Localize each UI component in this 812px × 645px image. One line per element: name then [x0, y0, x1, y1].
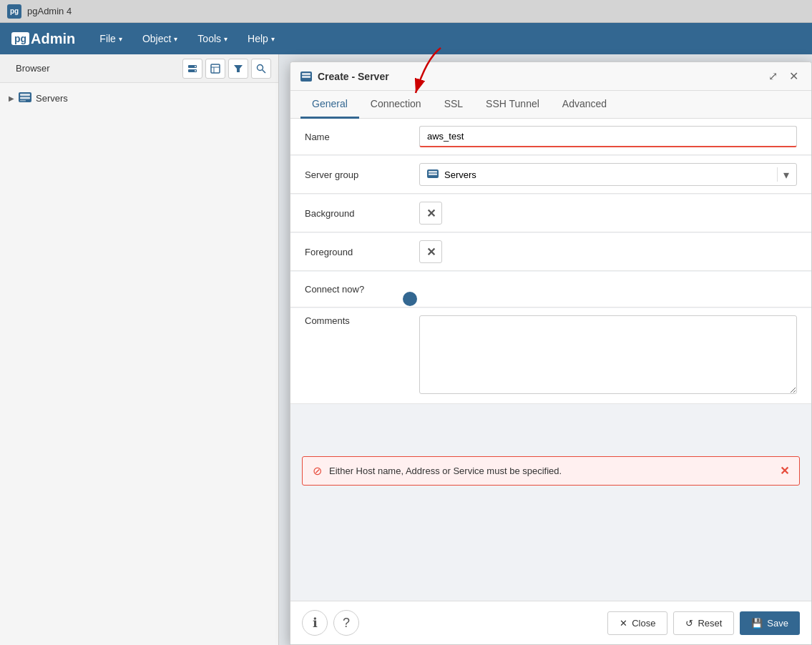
background-control: ✕ — [419, 202, 797, 225]
servers-icon — [427, 169, 439, 178]
svg-rect-4 — [211, 64, 220, 73]
svg-marker-7 — [234, 65, 243, 72]
dialog-title: Create - Server — [300, 71, 389, 82]
dialog-db-icon — [300, 72, 312, 82]
dialog-controls: ⤢ ✕ — [765, 68, 801, 84]
tab-ssh-tunnel[interactable]: SSH Tunnel — [474, 91, 551, 119]
background-label: Background — [305, 208, 419, 219]
menu-tools[interactable]: Tools ▾ — [189, 29, 236, 49]
menu-object[interactable]: Object ▾ — [134, 29, 186, 49]
menu-help[interactable]: Help ▾ — [239, 29, 283, 49]
error-bar: ⊘ Either Host name, Address or Service m… — [302, 456, 800, 486]
reset-label: Reset — [698, 618, 722, 629]
comments-control — [419, 315, 797, 396]
search-icon — [256, 64, 266, 74]
dialog-footer: ℹ ? ✕ Close ↺ Reset 💾 — [290, 601, 811, 644]
comments-textarea[interactable] — [419, 315, 797, 394]
tree-arrow-icon: ▶ — [9, 94, 14, 102]
select-divider — [777, 167, 778, 182]
logo-pg: pg — [11, 32, 29, 45]
toggle-thumb — [403, 292, 417, 306]
select-arrow-icon[interactable]: ▾ — [783, 168, 789, 182]
server-group-value: Servers — [444, 169, 771, 180]
tab-connection[interactable]: Connection — [359, 91, 433, 119]
reset-icon: ↺ — [685, 618, 693, 629]
server-icon-btn[interactable] — [182, 59, 202, 79]
svg-rect-15 — [302, 73, 310, 75]
table-icon-btn[interactable] — [205, 59, 225, 79]
chevron-down-icon: ▾ — [224, 35, 228, 43]
server-group-control: Servers ▾ — [419, 163, 797, 186]
servers-label: Servers — [36, 93, 68, 104]
help-button[interactable]: ? — [333, 610, 359, 636]
svg-rect-19 — [429, 171, 437, 173]
form-row-comments: Comments — [290, 308, 811, 404]
filter-icon — [233, 64, 243, 74]
chevron-down-icon: ▾ — [119, 35, 122, 43]
spacer — [290, 405, 811, 448]
servers-db-icon — [19, 92, 31, 104]
chevron-down-icon: ▾ — [174, 35, 177, 43]
title-bar: pg pgAdmin 4 — [0, 0, 812, 23]
form-row-name: Name — [290, 119, 811, 155]
foreground-clear-button[interactable]: ✕ — [419, 240, 442, 263]
error-message: Either Host name, Address or Service mus… — [329, 466, 773, 476]
info-button[interactable]: ℹ — [302, 610, 328, 636]
footer-left: ℹ ? — [302, 610, 359, 636]
foreground-label: Foreground — [305, 247, 419, 257]
tab-ssl[interactable]: SSL — [433, 91, 474, 119]
menu-file[interactable]: File ▾ — [91, 29, 131, 49]
dialog-header: Create - Server ⤢ ✕ — [290, 62, 811, 91]
close-icon: ✕ — [620, 618, 627, 629]
svg-point-3 — [195, 70, 196, 72]
chevron-down-icon: ▾ — [271, 35, 275, 43]
dialog-body: Name Server group — [290, 119, 811, 601]
close-button[interactable]: ✕ Close — [607, 611, 667, 635]
sidebar: Browser — [0, 54, 279, 645]
create-server-dialog: Create - Server ⤢ ✕ General Connection S… — [290, 61, 812, 645]
browser-title: Browser — [7, 57, 59, 79]
svg-line-9 — [263, 69, 266, 73]
database-icon — [19, 92, 31, 102]
svg-rect-11 — [20, 94, 30, 96]
save-icon: 💾 — [751, 618, 763, 629]
reset-button[interactable]: ↺ Reset — [673, 611, 734, 635]
error-icon: ⊘ — [313, 464, 322, 478]
app-icon: pg — [7, 4, 21, 19]
sidebar-content: ▶ Servers — [0, 83, 278, 114]
close-dialog-button[interactable]: ✕ — [786, 68, 801, 84]
server-icon — [187, 64, 197, 74]
footer-right: ✕ Close ↺ Reset 💾 Save — [607, 611, 800, 635]
menu-bar: pg Admin File ▾ Object ▾ Tools ▾ Help ▾ — [0, 23, 812, 54]
comments-label: Comments — [305, 315, 419, 326]
error-close-button[interactable]: ✕ — [780, 464, 789, 478]
name-label: Name — [305, 132, 419, 142]
sidebar-item-servers[interactable]: ▶ Servers — [0, 89, 278, 108]
server-group-select[interactable]: Servers ▾ — [419, 163, 797, 186]
svg-point-2 — [195, 66, 196, 67]
filter-icon-btn[interactable] — [228, 59, 248, 79]
expand-button[interactable]: ⤢ — [765, 68, 781, 84]
form-area: Name Server group — [290, 119, 811, 404]
tab-general[interactable]: General — [300, 91, 359, 119]
form-row-connect-now: Connect now? — [290, 272, 811, 307]
svg-rect-13 — [20, 100, 26, 102]
dialog-area: Create - Server ⤢ ✕ General Connection S… — [279, 54, 812, 645]
search-icon-btn[interactable] — [251, 59, 271, 79]
save-button[interactable]: 💾 Save — [740, 611, 800, 635]
form-row-server-group: Server group Servers — [290, 156, 811, 194]
foreground-control: ✕ — [419, 240, 797, 263]
logo-admin: Admin — [31, 31, 75, 47]
save-label: Save — [767, 618, 788, 629]
server-group-label: Server group — [305, 169, 419, 180]
pgadmin-logo: pg Admin — [6, 28, 81, 50]
svg-rect-12 — [20, 97, 30, 99]
tab-advanced[interactable]: Advanced — [551, 91, 618, 119]
name-control — [419, 126, 797, 147]
main-container: Browser — [0, 54, 812, 645]
background-clear-button[interactable]: ✕ — [419, 202, 442, 225]
connect-now-label: Connect now? — [305, 284, 419, 295]
form-row-background: Background ✕ — [290, 195, 811, 232]
sidebar-toolbar: Browser — [0, 54, 278, 83]
name-input[interactable] — [419, 126, 797, 147]
